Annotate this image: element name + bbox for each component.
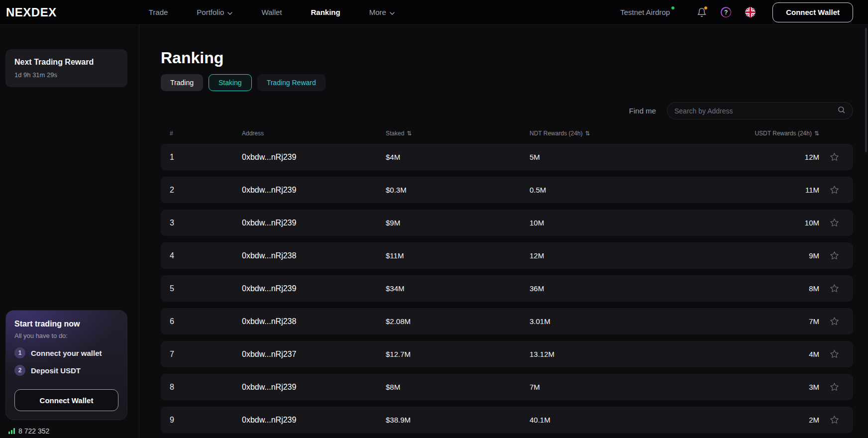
ndt-rewards-cell: 7M bbox=[530, 383, 723, 391]
usdt-rewards-cell: 4M bbox=[723, 350, 822, 358]
sort-icon: ⇅ bbox=[407, 130, 412, 137]
ndt-rewards-cell: 13.12M bbox=[530, 350, 723, 358]
ndt-rewards-cell: 5M bbox=[530, 153, 723, 161]
favorite-star-icon[interactable] bbox=[822, 152, 847, 162]
staked-cell: $34M bbox=[386, 284, 530, 293]
favorite-star-icon[interactable] bbox=[822, 251, 847, 260]
favorite-star-icon[interactable] bbox=[822, 382, 847, 392]
promo-subtitle: All you have to do: bbox=[14, 332, 118, 339]
main-nav: Trade Portfolio Wallet Ranking More bbox=[149, 8, 395, 16]
staked-cell: $2.08M bbox=[386, 317, 530, 326]
chevron-down-icon bbox=[390, 8, 395, 16]
ndt-rewards-cell: 0.5M bbox=[530, 186, 723, 194]
usdt-rewards-cell: 3M bbox=[723, 383, 822, 391]
table-row[interactable]: 7 0xbdw...nRj237 $12.7M 13.12M 4M bbox=[161, 341, 853, 367]
nav-item-portfolio[interactable]: Portfolio bbox=[197, 8, 232, 16]
favorite-star-icon[interactable] bbox=[822, 415, 847, 425]
usdt-rewards-cell: 7M bbox=[723, 317, 822, 326]
scrollbar[interactable] bbox=[865, 28, 867, 152]
rank-cell: 1 bbox=[170, 153, 242, 162]
nav-item-trade[interactable]: Trade bbox=[149, 8, 168, 16]
address-cell: 0xbdw...nRj238 bbox=[242, 317, 386, 326]
page-title: Ranking bbox=[161, 49, 853, 67]
help-icon[interactable]: ? bbox=[721, 7, 731, 17]
address-cell: 0xbdw...nRj239 bbox=[242, 186, 386, 195]
table-row[interactable]: 4 0xbdw...nRj238 $11M 12M 9M bbox=[161, 242, 853, 269]
staked-cell: $38.9M bbox=[386, 416, 530, 424]
notifications-bell-icon[interactable] bbox=[697, 7, 707, 17]
col-header-ndt-rewards[interactable]: NDT Rewards (24h) ⇅ bbox=[530, 130, 723, 137]
address-cell: 0xbdw...nRj239 bbox=[242, 284, 386, 293]
step-number-badge: 2 bbox=[14, 365, 25, 376]
favorite-star-icon[interactable] bbox=[822, 349, 847, 359]
staked-cell: $8M bbox=[386, 383, 530, 391]
favorite-star-icon[interactable] bbox=[822, 284, 847, 293]
address-cell: 0xbdw...nRj239 bbox=[242, 219, 386, 227]
promo-step-1: 1 Connect your wallet bbox=[14, 347, 118, 358]
brand-logo[interactable]: NEXDEX bbox=[6, 5, 57, 19]
favorite-star-icon[interactable] bbox=[822, 218, 847, 227]
find-me-button[interactable]: Find me bbox=[629, 107, 656, 115]
reward-card-title: Next Trading Reward bbox=[14, 58, 118, 67]
table-row[interactable]: 2 0xbdw...nRj239 $0.3M 0.5M 11M bbox=[161, 177, 853, 203]
staked-cell: $4M bbox=[386, 153, 530, 161]
promo-title: Start trading now bbox=[14, 320, 118, 328]
tab-trading[interactable]: Trading bbox=[161, 74, 203, 91]
staked-cell: $12.7M bbox=[386, 350, 530, 358]
rank-cell: 8 bbox=[170, 383, 242, 392]
table-row[interactable]: 1 0xbdw...nRj239 $4M 5M 12M bbox=[161, 144, 853, 170]
rank-cell: 7 bbox=[170, 350, 242, 359]
left-sidebar: Next Trading Reward 1d 9h 31m 29s Start … bbox=[0, 25, 139, 438]
nav-item-testnet-airdrop[interactable]: Testnet Airdrop bbox=[620, 8, 670, 16]
favorite-star-icon[interactable] bbox=[822, 185, 847, 195]
address-search bbox=[667, 102, 853, 119]
usdt-rewards-cell: 9M bbox=[723, 251, 822, 260]
table-body: 1 0xbdw...nRj239 $4M 5M 12M 2 0xbdw...nR… bbox=[161, 144, 853, 433]
sort-icon: ⇅ bbox=[814, 130, 819, 137]
usdt-rewards-cell: 10M bbox=[723, 219, 822, 227]
nav-item-ranking[interactable]: Ranking bbox=[311, 8, 340, 16]
reward-countdown: 1d 9h 31m 29s bbox=[14, 71, 118, 79]
tab-staking[interactable]: Staking bbox=[209, 74, 252, 91]
address-cell: 0xbdw...nRj239 bbox=[242, 416, 386, 425]
chevron-down-icon bbox=[227, 8, 232, 16]
table-row[interactable]: 3 0xbdw...nRj239 $9M 10M 10M bbox=[161, 210, 853, 236]
tab-trading-reward[interactable]: Trading Reward bbox=[257, 74, 326, 91]
step-number-badge: 1 bbox=[14, 347, 25, 358]
table-controls: Find me bbox=[161, 102, 853, 119]
table-row[interactable]: 8 0xbdw...nRj239 $8M 7M 3M bbox=[161, 374, 853, 400]
address-cell: 0xbdw...nRj237 bbox=[242, 350, 386, 359]
promo-connect-wallet-button[interactable]: Connect Wallet bbox=[14, 389, 118, 411]
nav-item-more[interactable]: More bbox=[369, 8, 395, 16]
table-row[interactable]: 6 0xbdw...nRj238 $2.08M 3.01M 7M bbox=[161, 308, 853, 334]
ndt-rewards-cell: 10M bbox=[530, 219, 723, 227]
address-cell: 0xbdw...nRj239 bbox=[242, 383, 386, 392]
search-icon[interactable] bbox=[837, 106, 846, 116]
ndt-rewards-cell: 3.01M bbox=[530, 317, 723, 326]
main-content: Ranking Trading Staking Trading Reward F… bbox=[139, 25, 868, 438]
table-row[interactable]: 9 0xbdw...nRj239 $38.9M 40.1M 2M bbox=[161, 407, 853, 433]
ndt-rewards-cell: 40.1M bbox=[530, 416, 723, 424]
search-input[interactable] bbox=[674, 107, 832, 115]
ranking-tabs: Trading Staking Trading Reward bbox=[161, 74, 853, 91]
top-navbar: NEXDEX Trade Portfolio Wallet Ranking Mo… bbox=[0, 0, 868, 25]
stat-value: 8 722 352 bbox=[18, 427, 49, 435]
rank-cell: 2 bbox=[170, 186, 242, 195]
col-header-usdt-rewards[interactable]: USDT Rewards (24h) ⇅ bbox=[723, 130, 822, 137]
usdt-rewards-cell: 11M bbox=[723, 186, 822, 194]
favorite-star-icon[interactable] bbox=[822, 317, 847, 326]
connect-wallet-button[interactable]: Connect Wallet bbox=[772, 2, 853, 22]
airdrop-live-dot bbox=[671, 6, 674, 9]
ndt-rewards-cell: 36M bbox=[530, 284, 723, 293]
nav-item-wallet[interactable]: Wallet bbox=[261, 8, 282, 16]
language-flag-icon[interactable] bbox=[745, 7, 756, 17]
col-header-staked[interactable]: Staked ⇅ bbox=[386, 130, 530, 137]
usdt-rewards-cell: 8M bbox=[723, 284, 822, 293]
sort-icon: ⇅ bbox=[585, 130, 590, 137]
table-row[interactable]: 5 0xbdw...nRj239 $34M 36M 8M bbox=[161, 275, 853, 302]
rank-cell: 6 bbox=[170, 317, 242, 326]
ndt-rewards-cell: 12M bbox=[530, 251, 723, 260]
global-stat: 8 722 352 bbox=[5, 427, 139, 435]
col-header-rank: # bbox=[170, 130, 242, 137]
notification-badge bbox=[704, 6, 708, 10]
